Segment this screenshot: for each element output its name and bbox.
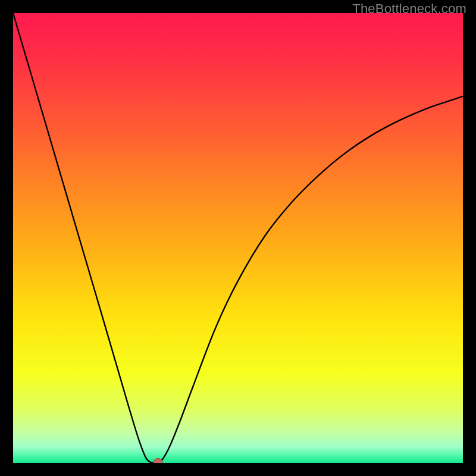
chart-frame — [13, 13, 463, 463]
bottleneck-chart — [13, 13, 463, 463]
gradient-background — [13, 13, 463, 463]
minimum-marker — [154, 459, 162, 463]
